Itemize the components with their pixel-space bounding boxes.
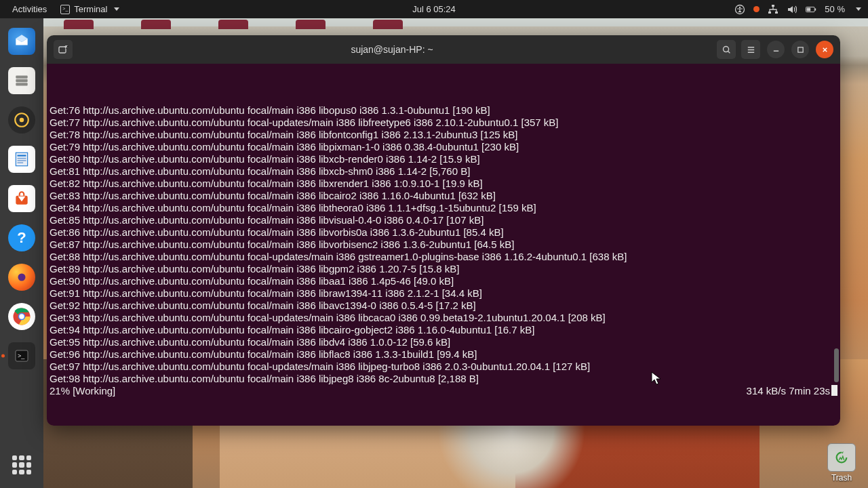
- battery-icon[interactable]: [806, 4, 816, 15]
- terminal-line: Get:79 http://us.archive.ubuntu.com/ubun…: [50, 141, 837, 153]
- trash[interactable]: Trash: [827, 443, 856, 483]
- terminal-window: sujan@sujan-HP: ~ Get:76 http://us.archi…: [47, 35, 840, 426]
- terminal-line: Get:89 http://us.archive.ubuntu.com/ubun…: [50, 263, 837, 275]
- dock-app-help[interactable]: ?: [8, 224, 35, 251]
- terminal-line: Get:76 http://us.archive.ubuntu.com/ubun…: [50, 104, 837, 117]
- terminal-line: Get:81 http://us.archive.ubuntu.com/ubun…: [50, 165, 837, 178]
- app-menu-terminal[interactable]: Terminal: [54, 1, 126, 17]
- svg-point-19: [18, 274, 26, 281]
- clock[interactable]: Jul 6 05:24: [412, 4, 456, 14]
- cursor-icon: [651, 371, 662, 389]
- terminal-line: Get:85 http://us.archive.ubuntu.com/ubun…: [50, 214, 837, 226]
- maximize-button[interactable]: [791, 41, 809, 58]
- dock-app-software[interactable]: [8, 185, 35, 212]
- terminal-title: sujan@sujan-HP: ~: [73, 44, 711, 55]
- svg-point-26: [723, 46, 728, 52]
- terminal-line: Get:91 http://us.archive.ubuntu.com/ubun…: [50, 287, 837, 300]
- trash-label: Trash: [827, 473, 856, 483]
- close-button[interactable]: [816, 41, 833, 58]
- network-wired-icon[interactable]: [768, 4, 778, 15]
- terminal-line: Get:84 http://us.archive.ubuntu.com/ubun…: [50, 202, 837, 214]
- terminal-line: Get:97 http://us.archive.ubuntu.com/ubun…: [50, 361, 837, 373]
- folder-icon[interactable]: [296, 20, 326, 29]
- terminal-line: Get:95 http://us.archive.ubuntu.com/ubun…: [50, 336, 837, 348]
- dock-app-terminal[interactable]: >_: [8, 342, 35, 369]
- volume-icon[interactable]: [787, 4, 797, 15]
- update-available-icon[interactable]: [753, 6, 760, 12]
- terminal-line: Get:96 http://us.archive.ubuntu.com/ubun…: [50, 348, 837, 361]
- gnome-topbar: Activities Terminal Jul 6 05:24 50 %: [0, 0, 868, 18]
- minimize-button[interactable]: [767, 41, 785, 58]
- system-menu-chevron-icon[interactable]: [856, 7, 861, 11]
- svg-rect-6: [815, 8, 816, 10]
- terminal-status-line: 21% [Working]314 kB/s 7min 23s: [50, 385, 837, 397]
- activities-button[interactable]: Activities: [5, 1, 54, 17]
- hamburger-menu-button[interactable]: [741, 40, 760, 59]
- desktop-folder-row: [64, 20, 403, 29]
- trash-icon: [827, 443, 856, 472]
- scrollbar-thumb[interactable]: [834, 348, 839, 382]
- folder-icon[interactable]: [141, 20, 171, 29]
- terminal-line: Get:83 http://us.archive.ubuntu.com/ubun…: [50, 190, 837, 202]
- svg-text:>_: >_: [18, 352, 25, 359]
- svg-point-22: [19, 314, 24, 319]
- svg-rect-2: [772, 5, 774, 7]
- search-button[interactable]: [717, 40, 736, 59]
- terminal-line: Get:80 http://us.archive.ubuntu.com/ubun…: [50, 153, 837, 165]
- accessibility-icon[interactable]: [734, 4, 745, 15]
- svg-rect-14: [18, 155, 26, 157]
- dock-app-thunderbird[interactable]: [8, 28, 35, 55]
- terminal-line: Get:92 http://us.archive.ubuntu.com/ubun…: [50, 300, 837, 312]
- svg-rect-27: [797, 47, 802, 52]
- svg-rect-13: [16, 152, 27, 166]
- folder-icon[interactable]: [64, 20, 94, 29]
- svg-rect-10: [16, 83, 27, 85]
- new-tab-button[interactable]: [54, 40, 73, 59]
- terminal-body[interactable]: Get:76 http://us.archive.ubuntu.com/ubun…: [47, 64, 840, 426]
- terminal-line: Get:93 http://us.archive.ubuntu.com/ubun…: [50, 312, 837, 324]
- svg-rect-7: [807, 7, 811, 11]
- folder-icon[interactable]: [373, 20, 403, 29]
- terminal-line: Get:90 http://us.archive.ubuntu.com/ubun…: [50, 275, 837, 287]
- dock-app-rhythmbox[interactable]: [8, 106, 35, 134]
- terminal-line: Get:78 http://us.archive.ubuntu.com/ubun…: [50, 129, 837, 141]
- svg-rect-15: [18, 158, 26, 159]
- svg-rect-8: [16, 75, 27, 78]
- show-applications-button[interactable]: [8, 451, 35, 479]
- svg-rect-25: [59, 47, 66, 53]
- chevron-down-icon: [114, 7, 119, 11]
- terminal-line: Get:98 http://us.archive.ubuntu.com/ubun…: [50, 373, 837, 385]
- terminal-line: Get:82 http://us.archive.ubuntu.com/ubun…: [50, 178, 837, 190]
- terminal-icon: [60, 5, 70, 14]
- terminal-line: Get:86 http://us.archive.ubuntu.com/ubun…: [50, 226, 837, 239]
- svg-point-1: [739, 6, 741, 7]
- terminal-line: Get:94 http://us.archive.ubuntu.com/ubun…: [50, 324, 837, 336]
- app-menu-label: Terminal: [74, 4, 107, 14]
- terminal-titlebar[interactable]: sujan@sujan-HP: ~: [47, 35, 840, 64]
- battery-percent: 50 %: [825, 4, 845, 14]
- svg-rect-16: [18, 160, 26, 161]
- svg-rect-17: [18, 162, 24, 163]
- dock-app-chrome[interactable]: [8, 303, 35, 330]
- svg-rect-4: [775, 12, 778, 14]
- svg-rect-9: [16, 79, 27, 82]
- dock-app-firefox[interactable]: [8, 264, 35, 291]
- folder-icon[interactable]: [218, 20, 248, 29]
- dock-app-files[interactable]: [8, 67, 35, 94]
- dock: ? >_: [0, 18, 43, 488]
- svg-rect-3: [768, 12, 771, 14]
- terminal-line: Get:77 http://us.archive.ubuntu.com/ubun…: [50, 117, 837, 129]
- svg-point-12: [20, 118, 24, 123]
- terminal-line: Get:88 http://us.archive.ubuntu.com/ubun…: [50, 251, 837, 263]
- dock-app-libreoffice-writer[interactable]: [8, 146, 35, 173]
- terminal-line: Get:87 http://us.archive.ubuntu.com/ubun…: [50, 239, 837, 251]
